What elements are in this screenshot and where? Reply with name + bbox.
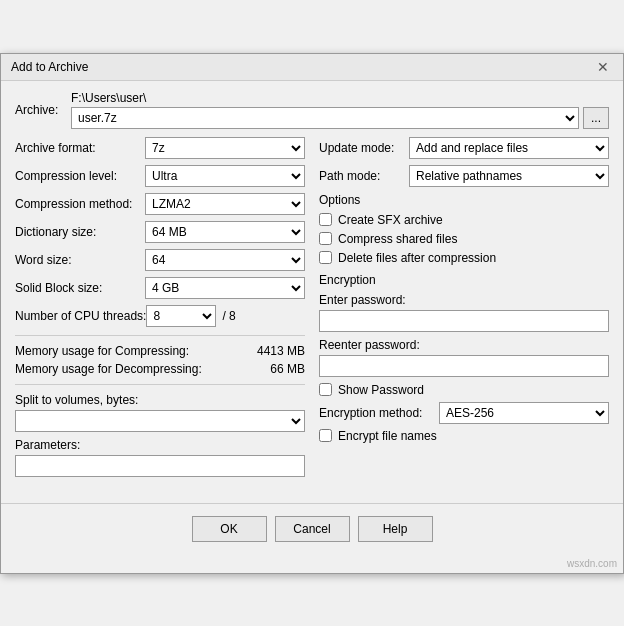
show-password-label: Show Password — [338, 383, 424, 397]
delete-after-checkbox[interactable] — [319, 251, 332, 264]
create-sfx-checkbox[interactable] — [319, 213, 332, 226]
encrypt-filenames-checkbox[interactable] — [319, 429, 332, 442]
memory-compressing-value: 4413 MB — [257, 344, 305, 358]
path-mode-select[interactable]: Relative pathnames Full pathnames No pat… — [409, 165, 609, 187]
path-mode-row: Path mode: Relative pathnames Full pathn… — [319, 165, 609, 187]
compress-shared-checkbox[interactable] — [319, 232, 332, 245]
encryption-method-row: Encryption method: AES-256 ZipCrypto — [319, 402, 609, 424]
archive-path-group: F:\Users\user\ user.7z ... — [71, 91, 609, 129]
create-sfx-label: Create SFX archive — [338, 213, 443, 227]
divider-1 — [15, 335, 305, 336]
compression-level-row: Compression level: UltraMaximumNormal — [15, 165, 305, 187]
dialog-content: Archive: F:\Users\user\ user.7z ... Arch… — [1, 81, 623, 493]
ok-button[interactable]: OK — [192, 516, 267, 542]
split-row: Split to volumes, bytes: — [15, 393, 305, 432]
memory-decompressing-label: Memory usage for Decompressing: — [15, 362, 202, 376]
params-label: Parameters: — [15, 438, 305, 452]
memory-compressing-label: Memory usage for Compressing: — [15, 344, 189, 358]
dictionary-size-select[interactable]: 64 MB32 MB128 MB — [145, 221, 305, 243]
reenter-password-input[interactable] — [319, 355, 609, 377]
split-label: Split to volumes, bytes: — [15, 393, 305, 407]
solid-block-size-select[interactable]: 4 GB1 GBNon-solid — [145, 277, 305, 299]
compression-method-select[interactable]: LZMA2LZMAPPMd — [145, 193, 305, 215]
show-password-checkbox[interactable] — [319, 383, 332, 396]
word-size-select[interactable]: 6432128 — [145, 249, 305, 271]
word-size-label: Word size: — [15, 253, 145, 267]
watermark: wsxdn.com — [1, 556, 623, 573]
add-to-archive-dialog: Add to Archive ✕ Archive: F:\Users\user\… — [0, 53, 624, 574]
options-title: Options — [319, 193, 609, 207]
cpu-total: / 8 — [222, 309, 235, 323]
show-password-row: Show Password — [319, 383, 609, 397]
archive-format-select[interactable]: 7zziptargzip — [145, 137, 305, 159]
compress-shared-row: Compress shared files — [319, 232, 609, 246]
encryption-method-select[interactable]: AES-256 ZipCrypto — [439, 402, 609, 424]
archive-format-label: Archive format: — [15, 141, 145, 155]
params-input[interactable] — [15, 455, 305, 477]
dictionary-size-label: Dictionary size: — [15, 225, 145, 239]
dictionary-size-row: Dictionary size: 64 MB32 MB128 MB — [15, 221, 305, 243]
archive-label: Archive: — [15, 103, 65, 117]
memory-decompressing-value: 66 MB — [270, 362, 305, 376]
cpu-threads-row: Number of CPU threads: 8421 / 8 — [15, 305, 305, 327]
enter-password-input[interactable] — [319, 310, 609, 332]
memory-compressing-row: Memory usage for Compressing: 4413 MB — [15, 344, 305, 358]
close-button[interactable]: ✕ — [593, 60, 613, 74]
solid-block-size-label: Solid Block size: — [15, 281, 145, 295]
archive-static-path: F:\Users\user\ — [71, 91, 609, 105]
path-mode-label: Path mode: — [319, 169, 409, 183]
delete-after-row: Delete files after compression — [319, 251, 609, 265]
divider-2 — [15, 384, 305, 385]
archive-format-row: Archive format: 7zziptargzip — [15, 137, 305, 159]
compression-method-row: Compression method: LZMA2LZMAPPMd — [15, 193, 305, 215]
create-sfx-row: Create SFX archive — [319, 213, 609, 227]
split-select[interactable] — [15, 410, 305, 432]
encrypt-filenames-row: Encrypt file names — [319, 429, 609, 443]
cancel-button[interactable]: Cancel — [275, 516, 350, 542]
encryption-title: Encryption — [319, 273, 609, 287]
archive-combo-row: user.7z ... — [71, 107, 609, 129]
compression-method-label: Compression method: — [15, 197, 145, 211]
update-mode-select[interactable]: Add and replace files Update and add fil… — [409, 137, 609, 159]
params-row: Parameters: — [15, 438, 305, 477]
help-button[interactable]: Help — [358, 516, 433, 542]
solid-block-size-row: Solid Block size: 4 GB1 GBNon-solid — [15, 277, 305, 299]
delete-after-label: Delete files after compression — [338, 251, 496, 265]
cpu-threads-select[interactable]: 8421 — [146, 305, 216, 327]
update-mode-row: Update mode: Add and replace files Updat… — [319, 137, 609, 159]
main-columns: Archive format: 7zziptargzip Compression… — [15, 137, 609, 483]
archive-select[interactable]: user.7z — [71, 107, 579, 129]
encrypt-filenames-label: Encrypt file names — [338, 429, 437, 443]
dialog-title: Add to Archive — [11, 60, 88, 74]
memory-decompressing-row: Memory usage for Decompressing: 66 MB — [15, 362, 305, 376]
compression-level-label: Compression level: — [15, 169, 145, 183]
button-bar: OK Cancel Help — [1, 503, 623, 556]
archive-row: Archive: F:\Users\user\ user.7z ... — [15, 91, 609, 129]
cpu-threads-label: Number of CPU threads: — [15, 309, 146, 323]
enter-password-label: Enter password: — [319, 293, 609, 307]
encryption-section: Encryption Enter password: Reenter passw… — [319, 273, 609, 443]
title-bar: Add to Archive ✕ — [1, 54, 623, 81]
reenter-password-label: Reenter password: — [319, 338, 609, 352]
compression-level-select[interactable]: UltraMaximumNormal — [145, 165, 305, 187]
left-column: Archive format: 7zziptargzip Compression… — [15, 137, 305, 483]
update-mode-label: Update mode: — [319, 141, 409, 155]
word-size-row: Word size: 6432128 — [15, 249, 305, 271]
browse-button[interactable]: ... — [583, 107, 609, 129]
right-column: Update mode: Add and replace files Updat… — [319, 137, 609, 483]
encryption-method-label: Encryption method: — [319, 406, 439, 420]
compress-shared-label: Compress shared files — [338, 232, 457, 246]
